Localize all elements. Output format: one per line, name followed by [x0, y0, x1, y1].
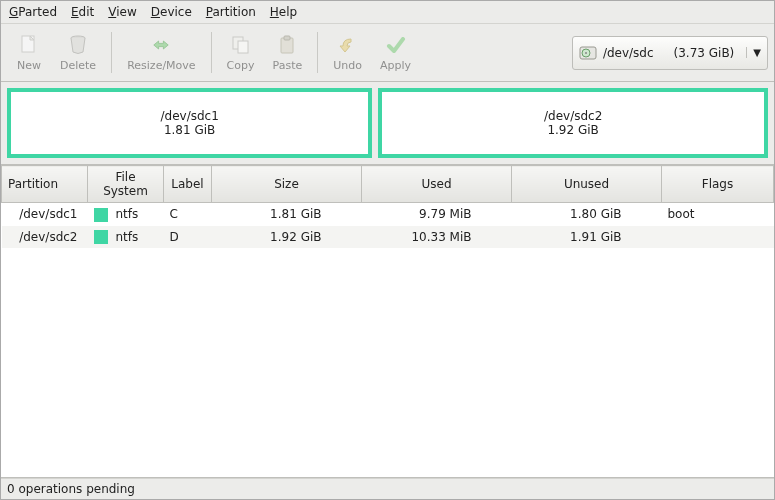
new-icon [17, 33, 41, 57]
cell-unused: 1.91 GiB [512, 226, 662, 249]
apply-button[interactable]: Apply [371, 28, 420, 77]
resize-icon [149, 33, 173, 57]
fs-color-swatch [94, 230, 108, 244]
status-text: 0 operations pending [7, 482, 135, 496]
partition-table: Partition File System Label Size Used Un… [1, 164, 774, 478]
menu-partition[interactable]: Partition [206, 5, 256, 19]
paste-icon [275, 33, 299, 57]
fs-color-swatch [94, 208, 108, 222]
cell-size: 1.92 GiB [212, 226, 362, 249]
table-row[interactable]: /dev/sdc2 ntfs D 1.92 GiB 10.33 MiB 1.91… [2, 226, 774, 249]
cell-unused: 1.80 GiB [512, 203, 662, 226]
menu-gparted[interactable]: GParted [9, 5, 57, 19]
partition-graph-name: /dev/sdc2 [544, 109, 602, 123]
copy-icon [229, 33, 253, 57]
apply-label: Apply [380, 59, 411, 72]
device-name: /dev/sdc [603, 46, 654, 60]
col-partition[interactable]: Partition [2, 166, 88, 203]
toolbar-sep [211, 32, 212, 73]
chevron-down-icon: ▼ [746, 47, 761, 58]
device-size: (3.73 GiB) [674, 46, 735, 60]
cell-label: D [164, 226, 212, 249]
cell-used: 10.33 MiB [362, 226, 512, 249]
col-unused[interactable]: Unused [512, 166, 662, 203]
svg-rect-3 [238, 41, 248, 53]
cell-size: 1.81 GiB [212, 203, 362, 226]
toolbar: New Delete Resize/Move Copy [1, 24, 774, 82]
cell-used: 9.79 MiB [362, 203, 512, 226]
menu-help[interactable]: Help [270, 5, 297, 19]
copy-button[interactable]: Copy [218, 28, 264, 77]
toolbar-sep [111, 32, 112, 73]
cell-partition: /dev/sdc1 [2, 203, 88, 226]
menu-view[interactable]: View [108, 5, 136, 19]
cell-flags: boot [662, 203, 774, 226]
table-row[interactable]: /dev/sdc1 ntfs C 1.81 GiB 9.79 MiB 1.80 … [2, 203, 774, 226]
col-size[interactable]: Size [212, 166, 362, 203]
device-selector[interactable]: /dev/sdc (3.73 GiB) ▼ [572, 36, 768, 70]
cell-flags [662, 226, 774, 249]
new-label: New [17, 59, 41, 72]
undo-button[interactable]: Undo [324, 28, 371, 77]
cell-filesystem: ntfs [88, 203, 164, 226]
menubar: GParted Edit View Device Partition Help [1, 1, 774, 24]
copy-label: Copy [227, 59, 255, 72]
menu-edit[interactable]: Edit [71, 5, 94, 19]
cell-label: C [164, 203, 212, 226]
partition-graph-sdc2[interactable]: /dev/sdc2 1.92 GiB [378, 88, 768, 158]
undo-icon [336, 33, 360, 57]
svg-point-8 [585, 52, 587, 54]
paste-label: Paste [273, 59, 303, 72]
col-label[interactable]: Label [164, 166, 212, 203]
cell-filesystem: ntfs [88, 226, 164, 249]
delete-button[interactable]: Delete [51, 28, 105, 77]
delete-icon [66, 33, 90, 57]
cell-partition: /dev/sdc2 [2, 226, 88, 249]
apply-icon [384, 33, 408, 57]
resize-button[interactable]: Resize/Move [118, 28, 204, 77]
partition-graph-sdc1[interactable]: /dev/sdc1 1.81 GiB [7, 88, 372, 158]
harddisk-icon [579, 44, 597, 62]
toolbar-sep [317, 32, 318, 73]
svg-rect-5 [284, 36, 290, 40]
resize-label: Resize/Move [127, 59, 195, 72]
undo-label: Undo [333, 59, 362, 72]
col-used[interactable]: Used [362, 166, 512, 203]
col-filesystem[interactable]: File System [88, 166, 164, 203]
statusbar: 0 operations pending [1, 478, 774, 499]
partition-graph: /dev/sdc1 1.81 GiB /dev/sdc2 1.92 GiB [1, 82, 774, 164]
paste-button[interactable]: Paste [264, 28, 312, 77]
partition-graph-size: 1.81 GiB [164, 123, 215, 137]
delete-label: Delete [60, 59, 96, 72]
menu-device[interactable]: Device [151, 5, 192, 19]
partition-graph-name: /dev/sdc1 [160, 109, 218, 123]
new-button[interactable]: New [7, 28, 51, 77]
col-flags[interactable]: Flags [662, 166, 774, 203]
partition-graph-size: 1.92 GiB [547, 123, 598, 137]
